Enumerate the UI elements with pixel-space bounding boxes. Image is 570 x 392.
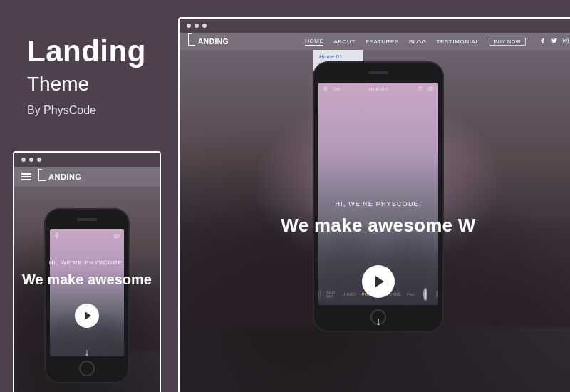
desktop-preview-frame: ANDING HOME ABOUT FEATURES BLOG TESTIMON… [178, 17, 570, 392]
phone-home-button [79, 361, 95, 376]
window-chrome [14, 153, 160, 167]
page-title: Landing [27, 34, 146, 68]
desktop-hero: ANDING HOME ABOUT FEATURES BLOG TESTIMON… [180, 33, 570, 392]
phone-speaker [368, 71, 388, 74]
brand-text: ANDING [198, 38, 229, 46]
window-dot [195, 24, 199, 28]
timer-icon [417, 86, 423, 93]
phone-speaker [77, 218, 97, 221]
mobile-preview-frame: ANDING HI, WE'RE PHYSCODE. We make aweso… [13, 151, 161, 392]
nav-cta-button[interactable]: BUY NOW [489, 38, 526, 46]
nav-blog[interactable]: BLOG [409, 38, 427, 45]
facebook-icon[interactable] [540, 38, 546, 45]
camera-topbar [50, 229, 124, 242]
svg-point-5 [430, 88, 432, 91]
brand-logo[interactable]: ANDING [38, 172, 81, 181]
hero-eyebrow: HI, WE'RE PHYSCODE. [14, 259, 160, 266]
svg-point-2 [567, 39, 568, 40]
hero-headline: We make awesome [14, 272, 160, 288]
brand-text: ANDING [48, 172, 81, 181]
hamburger-icon[interactable] [21, 173, 31, 180]
flash-icon [323, 86, 329, 93]
mobile-topnav: ANDING [14, 167, 160, 187]
page-byline: By PhysCode [27, 104, 146, 117]
svg-rect-0 [564, 38, 569, 43]
svg-point-1 [565, 40, 567, 42]
flash-label: Off [333, 87, 340, 91]
window-dot [37, 158, 41, 162]
desktop-topnav: ANDING HOME ABOUT FEATURES BLOG TESTIMON… [180, 33, 570, 50]
scroll-down-icon[interactable]: ↓ [180, 315, 570, 328]
camera-icon [113, 232, 120, 239]
brand-logo[interactable]: ANDING [188, 37, 229, 46]
mobile-hero: ANDING HI, WE'RE PHYSCODE. We make aweso… [14, 167, 160, 392]
flash-icon [54, 232, 61, 239]
nav-testimonial[interactable]: TESTIMONIAL [437, 38, 480, 45]
window-dot [187, 24, 191, 28]
camera-icon [428, 86, 434, 93]
twitter-icon[interactable] [551, 38, 557, 45]
hero-content: HI, WE'RE PHYSCODE. We make awesome ↓ [14, 259, 160, 358]
svg-point-7 [115, 235, 118, 237]
play-button[interactable] [362, 265, 395, 298]
play-button[interactable] [75, 304, 99, 328]
brand-mark-icon [38, 172, 46, 181]
page-subtitle: Theme [27, 73, 146, 96]
nav-features[interactable]: FEATURES [366, 38, 399, 45]
nav-home[interactable]: HOME [305, 38, 323, 46]
nav-about[interactable]: ABOUT [333, 38, 356, 45]
window-dot [29, 158, 33, 162]
hero-content: HI, WE'RE PHYSCODE. We make awesome W ↓ [180, 200, 570, 328]
brand-mark-icon [188, 37, 195, 46]
window-dot [202, 24, 207, 28]
scroll-down-icon[interactable]: ↓ [14, 346, 160, 358]
hero-eyebrow: HI, WE'RE PHYSCODE. [180, 200, 570, 207]
hdr-label: HDR Off [369, 87, 387, 91]
window-chrome [180, 19, 570, 33]
instagram-icon[interactable] [563, 38, 569, 45]
window-dot [21, 158, 26, 162]
camera-topbar: Off HDR Off [318, 83, 438, 96]
hero-headline: We make awesome W [180, 215, 570, 237]
